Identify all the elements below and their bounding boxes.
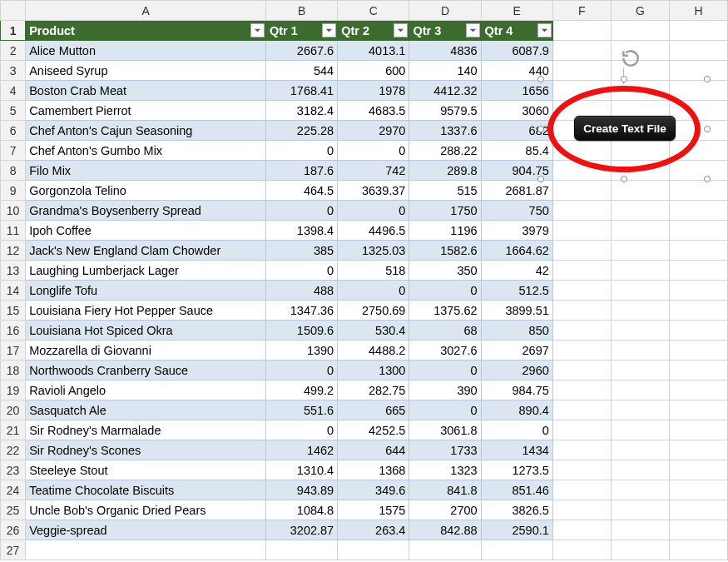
cell-G26[interactable] <box>611 520 669 540</box>
cell-product[interactable]: Laughing Lumberjack Lager <box>26 261 266 281</box>
row-header-9[interactable]: 9 <box>1 181 26 201</box>
cell-empty[interactable] <box>26 540 266 560</box>
cell-qtr4[interactable]: 850 <box>481 321 552 341</box>
col-header-A[interactable]: A <box>26 1 266 21</box>
cell-empty[interactable] <box>611 540 669 560</box>
row-header-17[interactable]: 17 <box>1 341 26 361</box>
col-header-F[interactable]: F <box>552 1 611 21</box>
row-header-24[interactable]: 24 <box>1 480 26 500</box>
cell-qtr1[interactable]: 3202.87 <box>265 520 337 540</box>
cell-qtr2[interactable]: 644 <box>338 440 409 460</box>
cell-H21[interactable] <box>669 420 727 440</box>
cell-qtr1[interactable]: 187.6 <box>265 161 337 181</box>
cell-G1[interactable] <box>611 21 669 41</box>
row-header-14[interactable]: 14 <box>1 281 26 301</box>
cell-qtr4[interactable]: 0 <box>481 420 552 440</box>
row-header-25[interactable]: 25 <box>1 500 26 520</box>
cell-product[interactable]: Ravioli Angelo <box>26 380 266 400</box>
cell-product[interactable]: Alice Mutton <box>26 41 266 61</box>
rotation-handle-icon[interactable] <box>620 47 641 69</box>
cell-qtr4[interactable]: 890.4 <box>481 400 552 420</box>
select-all-corner[interactable] <box>1 1 26 21</box>
cell-product[interactable]: Chef Anton's Cajun Seasoning <box>26 121 266 141</box>
cell-F25[interactable] <box>552 500 611 520</box>
cell-H23[interactable] <box>669 460 727 480</box>
cell-qtr1[interactable]: 1768.41 <box>265 81 337 101</box>
cell-qtr2[interactable]: 2970 <box>338 121 409 141</box>
cell-empty[interactable] <box>481 540 552 560</box>
cell-qtr1[interactable]: 0 <box>265 141 337 161</box>
cell-qtr1[interactable]: 2667.6 <box>265 41 337 61</box>
cell-product[interactable]: Jack's New England Clam Chowder <box>26 241 266 261</box>
cell-G15[interactable] <box>611 301 669 321</box>
cell-qtr2[interactable]: 600 <box>338 61 409 81</box>
cell-qtr3[interactable]: 4836 <box>409 41 481 61</box>
cell-qtr1[interactable]: 3182.4 <box>265 101 337 121</box>
row-header-12[interactable]: 12 <box>1 241 26 261</box>
cell-qtr2[interactable]: 665 <box>338 400 409 420</box>
cell-F1[interactable] <box>552 21 611 41</box>
cell-product[interactable]: Longlife Tofu <box>26 281 266 301</box>
cell-F14[interactable] <box>552 281 611 301</box>
row-header-18[interactable]: 18 <box>1 361 26 380</box>
cell-H2[interactable] <box>669 41 727 61</box>
cell-qtr2[interactable]: 742 <box>338 161 409 181</box>
cell-qtr4[interactable]: 2590.1 <box>481 520 552 540</box>
resize-handle-nw[interactable] <box>537 76 544 82</box>
cell-qtr1[interactable]: 943.89 <box>265 480 337 500</box>
cell-F13[interactable] <box>552 261 611 281</box>
cell-F20[interactable] <box>552 400 611 420</box>
cell-qtr1[interactable]: 0 <box>265 361 337 380</box>
cell-H17[interactable] <box>669 341 727 361</box>
cell-H15[interactable] <box>669 301 727 321</box>
row-header-8[interactable]: 8 <box>1 161 26 181</box>
cell-qtr4[interactable]: 1664.62 <box>481 241 552 261</box>
cell-qtr1[interactable]: 1462 <box>265 440 337 460</box>
cell-qtr3[interactable]: 3061.8 <box>409 420 481 440</box>
cell-product[interactable]: Boston Crab Meat <box>26 81 266 101</box>
row-header-11[interactable]: 11 <box>1 221 26 241</box>
row-header-2[interactable]: 2 <box>1 41 26 61</box>
cell-qtr4[interactable]: 3826.5 <box>481 500 552 520</box>
cell-product[interactable]: Filo Mix <box>26 161 266 181</box>
cell-F9[interactable] <box>552 181 611 201</box>
cell-qtr4[interactable]: 6087.9 <box>481 41 552 61</box>
cell-product[interactable]: Sir Rodney's Marmalade <box>26 420 266 440</box>
cell-qtr4[interactable]: 2697 <box>481 341 552 361</box>
cell-qtr3[interactable]: 0 <box>409 400 481 420</box>
cell-H13[interactable] <box>669 261 727 281</box>
cell-H18[interactable] <box>669 361 727 380</box>
cell-qtr4[interactable]: 750 <box>481 201 552 221</box>
cell-H19[interactable] <box>669 380 727 400</box>
cell-F21[interactable] <box>552 420 611 440</box>
cell-G10[interactable] <box>611 201 669 221</box>
cell-qtr2[interactable]: 1978 <box>338 81 409 101</box>
cell-qtr3[interactable]: 515 <box>409 181 481 201</box>
cell-qtr4[interactable]: 1273.5 <box>481 460 552 480</box>
cell-G25[interactable] <box>611 500 669 520</box>
row-header-16[interactable]: 16 <box>1 321 26 341</box>
cell-H22[interactable] <box>669 440 727 460</box>
cell-empty[interactable] <box>669 540 727 560</box>
cell-qtr1[interactable]: 1084.8 <box>265 500 337 520</box>
header-qtr4[interactable]: Qtr 4 <box>481 21 552 41</box>
cell-H16[interactable] <box>669 321 727 341</box>
cell-G20[interactable] <box>611 400 669 420</box>
cell-qtr3[interactable]: 0 <box>409 361 481 380</box>
cell-H20[interactable] <box>669 400 727 420</box>
row-header-5[interactable]: 5 <box>1 101 26 121</box>
cell-qtr3[interactable]: 1375.62 <box>409 301 481 321</box>
cell-F3[interactable] <box>552 61 611 81</box>
cell-qtr4[interactable]: 1434 <box>481 440 552 460</box>
cell-F22[interactable] <box>552 440 611 460</box>
resize-handle-sw[interactable] <box>537 176 544 182</box>
filter-dropdown-icon[interactable] <box>250 23 265 37</box>
cell-qtr2[interactable]: 530.4 <box>338 321 409 341</box>
cell-G16[interactable] <box>611 321 669 341</box>
cell-qtr2[interactable]: 2750.69 <box>338 301 409 321</box>
cell-qtr3[interactable]: 1582.6 <box>409 241 481 261</box>
cell-qtr2[interactable]: 518 <box>338 261 409 281</box>
cell-F2[interactable] <box>552 41 611 61</box>
cell-product[interactable]: Ipoh Coffee <box>26 221 266 241</box>
cell-qtr3[interactable]: 1323 <box>409 460 481 480</box>
